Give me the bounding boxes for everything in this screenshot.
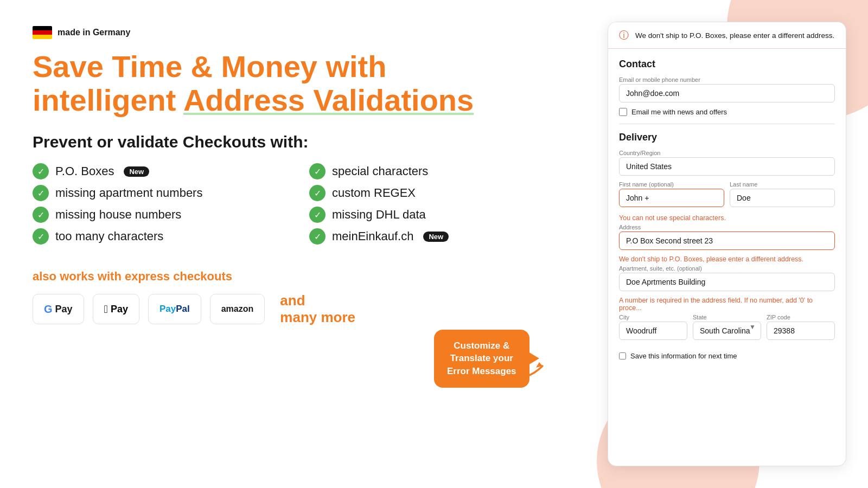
error-banner-icon: ⓘ xyxy=(619,29,630,42)
feature-regex-text: custom REGEX xyxy=(332,186,416,200)
feature-meineinkauf-text: meinEinkauf.ch xyxy=(332,229,413,243)
save-checkbox-row: Save this information for next time xyxy=(619,352,835,360)
new-badge-po: New xyxy=(124,166,149,177)
name-row: First name (optional) Last name xyxy=(619,181,835,213)
feature-po-boxes-text: P.O. Boxes xyxy=(55,164,114,178)
check-icon-dhl: ✓ xyxy=(309,207,326,223)
left-panel: made in Germany Save Time & Money with i… xyxy=(0,0,597,488)
feature-special: ✓ special characters xyxy=(309,163,564,179)
new-badge-meineinkauf: New xyxy=(423,232,449,242)
country-label: Country/Region xyxy=(619,150,835,156)
flag-stripe-red xyxy=(33,30,52,35)
headline-highlight: Address Validations xyxy=(183,83,474,117)
express-title: also works with express checkouts xyxy=(33,269,564,284)
state-label: State xyxy=(693,314,761,320)
email-label: Email or mobile phone number xyxy=(619,76,835,83)
apartment-error: A number is required in the address fiel… xyxy=(619,297,835,312)
country-select[interactable]: United States xyxy=(619,157,835,176)
first-name-input[interactable] xyxy=(619,189,724,207)
check-icon-regex: ✓ xyxy=(309,185,326,201)
check-icon-special: ✓ xyxy=(309,163,326,179)
feature-characters: ✓ too many characters xyxy=(33,228,288,245)
last-name-label: Last name xyxy=(730,181,835,188)
feature-regex: ✓ custom REGEX xyxy=(309,185,564,201)
feature-apartment-text: missing apartment numbers xyxy=(55,186,202,200)
email-checkbox-label: Email me with news and offers xyxy=(631,108,727,116)
checkout-content: Contact Email or mobile phone number Ema… xyxy=(608,49,846,370)
features-left-col: ✓ P.O. Boxes New ✓ missing apartment num… xyxy=(33,163,288,245)
email-group: Email or mobile phone number xyxy=(619,76,835,102)
city-group: City xyxy=(619,314,687,340)
payment-logos: G Pay  Pay PayPal amazon andmany more xyxy=(33,292,564,326)
check-icon-house: ✓ xyxy=(33,207,49,223)
headline: Save Time & Money with intelligent Addre… xyxy=(33,50,564,117)
first-name-group: First name (optional) xyxy=(619,181,724,207)
check-icon-po: ✓ xyxy=(33,163,49,179)
german-flag-icon xyxy=(33,26,52,39)
feature-po-boxes: ✓ P.O. Boxes New xyxy=(33,163,288,179)
features-right-col: ✓ special characters ✓ custom REGEX ✓ mi… xyxy=(309,163,564,245)
error-banner: ⓘ We don't ship to P.O. Boxes, please en… xyxy=(608,22,846,49)
address-label: Address xyxy=(619,224,835,230)
divider-contact-delivery xyxy=(619,124,835,124)
error-banner-text: We don't ship to P.O. Boxes, please ente… xyxy=(635,31,834,40)
headline-line2: intelligent Address Validations xyxy=(33,84,564,117)
state-select[interactable]: South Carolina xyxy=(693,322,761,340)
made-in-germany-badge: made in Germany xyxy=(33,26,564,39)
email-input[interactable] xyxy=(619,84,835,102)
feature-dhl-text: missing DHL data xyxy=(332,208,426,222)
main-layout: made in Germany Save Time & Money with i… xyxy=(0,0,868,488)
headline-line1: Save Time & Money with xyxy=(33,50,564,84)
flag-stripe-gold xyxy=(33,35,52,39)
and-more: andmany more xyxy=(280,292,355,326)
flag-stripe-black xyxy=(33,26,52,30)
paypal-p: Pay xyxy=(159,304,176,314)
save-checkbox-label: Save this information for next time xyxy=(630,352,737,360)
checkout-panel: ⓘ We don't ship to P.O. Boxes, please en… xyxy=(608,22,846,466)
country-group: Country/Region United States xyxy=(619,150,835,176)
apartment-label: Apartment, suite, etc. (optional) xyxy=(619,265,835,272)
arrow-svg xyxy=(494,352,548,385)
zip-label: ZIP code xyxy=(767,314,835,320)
zip-input[interactable] xyxy=(767,322,835,340)
amazon-logo: amazon xyxy=(210,294,265,324)
city-state-zip-row: City State South Carolina ▼ ZIP code xyxy=(619,314,835,345)
express-section: also works with express checkouts G Pay … xyxy=(33,269,564,326)
save-checkbox[interactable] xyxy=(619,352,626,359)
prevent-title: Prevent or validate Checkouts with: xyxy=(33,133,564,151)
apartment-input[interactable] xyxy=(619,273,835,291)
feature-dhl: ✓ missing DHL data xyxy=(309,207,564,223)
first-name-label: First name (optional) xyxy=(619,181,724,188)
address-input[interactable] xyxy=(619,232,835,250)
feature-meineinkauf: ✓ meinEinkauf.ch New xyxy=(309,228,564,245)
delivery-section-title: Delivery xyxy=(619,132,835,143)
made-in-germany-text: made in Germany xyxy=(58,28,130,37)
gpay-text: Pay xyxy=(53,304,73,315)
features-grid: ✓ P.O. Boxes New ✓ missing apartment num… xyxy=(33,163,564,245)
feature-house: ✓ missing house numbers xyxy=(33,207,288,223)
address-error: We don't ship to P.O. Boxes, please ente… xyxy=(619,255,835,263)
last-name-input[interactable] xyxy=(730,189,835,207)
first-name-error: You can not use special characters. xyxy=(619,214,835,222)
apartment-group: Apartment, suite, etc. (optional) xyxy=(619,265,835,291)
feature-apartment: ✓ missing apartment numbers xyxy=(33,185,288,201)
address-group: Address xyxy=(619,224,835,250)
check-icon-apartment: ✓ xyxy=(33,185,49,201)
zip-group: ZIP code xyxy=(767,314,835,340)
paypal-logo: PayPal xyxy=(148,294,201,324)
contact-section-title: Contact xyxy=(619,59,835,70)
feature-characters-text: too many characters xyxy=(55,229,163,243)
gpay-logo: G Pay xyxy=(33,294,84,324)
last-name-group: Last name xyxy=(730,181,835,207)
applepay-logo:  Pay xyxy=(93,294,139,324)
state-group: State South Carolina ▼ xyxy=(693,314,761,340)
email-checkbox[interactable] xyxy=(619,108,627,116)
city-label: City xyxy=(619,314,687,320)
paypal-pal: Pal xyxy=(176,304,190,314)
check-icon-meineinkauf: ✓ xyxy=(309,228,326,245)
feature-house-text: missing house numbers xyxy=(55,208,181,222)
headline-line2-prefix: intelligent xyxy=(33,83,183,117)
check-icon-characters: ✓ xyxy=(33,228,49,245)
feature-special-text: special characters xyxy=(332,164,428,178)
city-input[interactable] xyxy=(619,322,687,340)
